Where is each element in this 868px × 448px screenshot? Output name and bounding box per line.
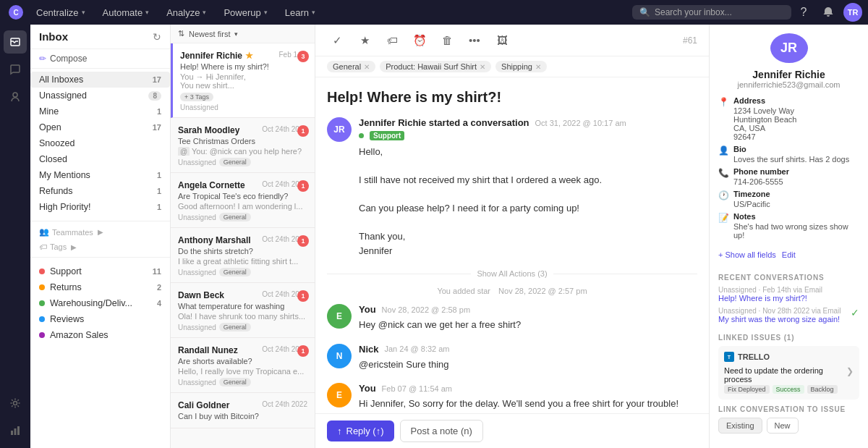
delete-button[interactable]: 🗑 [437, 30, 457, 51]
sidebar-item-mine[interactable]: Mine 1 [30, 103, 170, 119]
resolve-button[interactable]: ✓ [327, 30, 347, 51]
message-body-3: Nick Jan 24 @ 8:32 am @ericstein Sure th… [359, 344, 697, 372]
nav-automate[interactable]: Automate ▾ [95, 4, 157, 21]
sidebar-item-reviews[interactable]: Reviews [30, 311, 170, 327]
tag-general[interactable]: General ✕ [327, 61, 375, 72]
support-dot [39, 269, 45, 274]
conv-list-toolbar: ⇅ Newest first ▾ [171, 25, 315, 43]
general-tag: General [219, 378, 251, 386]
warehousing-dot [39, 300, 45, 306]
nav-learn[interactable]: Learn ▾ [278, 4, 323, 21]
search-input[interactable] [655, 7, 784, 17]
post-note-button[interactable]: Post a note (n) [400, 420, 483, 442]
nav-analyze[interactable]: Analyze ▾ [159, 4, 213, 21]
sort-label[interactable]: Newest first [189, 30, 230, 38]
amazon-sales-dot [39, 332, 45, 338]
trello-logo: T [724, 352, 734, 362]
conv-item-randall-nunez[interactable]: Randall Nunez Oct 24th 2022 Are shorts a… [171, 338, 315, 393]
main-area: Inbox ↻ ✏ Compose All Inboxes 17 Unassig… [0, 25, 868, 448]
edit-contact-link[interactable]: Edit [782, 250, 796, 259]
link-existing-button[interactable]: Existing [718, 418, 762, 434]
sidebar-item-high-priority[interactable]: High Priority! 1 [30, 199, 170, 215]
teammates-group[interactable]: 👥 Teammates ▶ [30, 224, 170, 240]
conv-content: Help! Where is my shirt?! JR Jennifer Ri… [315, 77, 709, 413]
help-icon[interactable]: ? [794, 3, 813, 22]
sidebar-item-unassigned[interactable]: Unassigned 8 [30, 88, 170, 103]
svg-rect-5 [11, 431, 13, 435]
nav-icons: ? TR [794, 3, 862, 22]
remove-tag-general[interactable]: ✕ [364, 63, 370, 71]
more-button[interactable]: ••• [464, 30, 485, 51]
added-star-event: You added star Nov 28, 2022 @ 2:57 pm [327, 287, 697, 295]
sidebar-icon-inbox[interactable] [4, 30, 27, 54]
recent-conv-2[interactable]: Unassigned · Nov 28th 2022 via Email My … [718, 307, 859, 324]
labels-section: Support 11 Returns 2 Warehousing/Deliv..… [30, 261, 170, 346]
expand-trello-icon[interactable]: ❯ [846, 366, 854, 376]
remove-tag-hawaii[interactable]: ✕ [480, 63, 485, 71]
unread-badge: 3 [297, 51, 309, 62]
sidebar-item-closed[interactable]: Closed [30, 151, 170, 167]
tag-hawaii-surf[interactable]: Product: Hawaii Surf Shirt ✕ [380, 61, 491, 72]
recent-conv-header: RECENT CONVERSATIONS [718, 274, 859, 282]
sidebar-icon-bottom [4, 392, 27, 442]
star-button[interactable]: ★ [354, 30, 375, 51]
sidebar-divider-1 [30, 221, 170, 221]
show-all-actions[interactable]: Show All Actions (3) [327, 269, 697, 278]
sidebar-icon-analytics[interactable] [4, 419, 27, 442]
nav-powerup[interactable]: Powerup ▾ [216, 4, 274, 21]
svg-point-3 [13, 93, 17, 97]
reply-button[interactable]: ↑ Reply (↑) [327, 420, 394, 441]
sidebar-item-returns[interactable]: Returns 2 [30, 279, 170, 295]
reviews-dot [39, 316, 45, 322]
pencil-icon: ✏ [39, 54, 46, 64]
conv-status: Unassigned [178, 324, 216, 331]
sidebar-icon-contacts[interactable] [4, 85, 27, 109]
sidebar-item-all-inboxes[interactable]: All Inboxes 17 [30, 72, 170, 88]
conv-item-angela-cornette[interactable]: Angela Cornette Oct 24th 2022 Are Tropic… [171, 173, 315, 228]
image-button[interactable]: 🖼 [492, 30, 512, 51]
message-body: Jennifer Richie started a conversation O… [359, 117, 697, 258]
conv-item-dawn-beck[interactable]: Dawn Beck Oct 24th 2022 What temperature… [171, 283, 315, 338]
phone-icon: 📞 [718, 168, 729, 178]
refresh-icon[interactable]: ↻ [153, 31, 161, 43]
sidebar-icon-chat[interactable] [4, 58, 27, 81]
tag-shipping[interactable]: Shipping ✕ [495, 61, 547, 72]
sidebar-item-warehousing[interactable]: Warehousing/Deliv... 4 [30, 295, 170, 311]
recent-conv-1[interactable]: Unassigned · Feb 14th via Email Help! Wh… [718, 286, 859, 303]
message-you-1: E You Nov 28, 2022 @ 2:58 pm Hey @nick c… [327, 304, 697, 332]
svg-rect-7 [17, 426, 20, 435]
sidebar-item-support[interactable]: Support 11 [30, 263, 170, 279]
search-bar[interactable]: 🔍 [632, 5, 791, 20]
tags-group[interactable]: 🏷 Tags ▶ [30, 240, 170, 254]
sidebar-item-refunds[interactable]: Refunds 1 [30, 183, 170, 199]
sidebar-item-open[interactable]: Open 17 [30, 119, 170, 135]
sidebar-icon-settings[interactable] [4, 392, 27, 415]
unread-badge: 1 [297, 125, 309, 137]
conv-item-sarah-moodley[interactable]: Sarah Moodley Oct 24th 2022 Tee Christma… [171, 118, 315, 173]
remove-tag-shipping[interactable]: ✕ [535, 63, 541, 71]
location-icon: 📍 [718, 97, 729, 107]
nav-centralize[interactable]: Centralize ▾ [29, 4, 93, 21]
conv-toolbar: ✓ ★ 🏷 ⏰ 🗑 ••• 🖼 #61 [315, 25, 709, 56]
general-tag: General [219, 323, 251, 331]
link-new-button[interactable]: New [767, 418, 799, 434]
show-all-fields-link[interactable]: + Show all fields [718, 250, 776, 259]
snooze-button[interactable]: ⏰ [409, 30, 430, 51]
sidebar-item-my-mentions[interactable]: My Mentions 1 [30, 167, 170, 183]
trello-issue-title[interactable]: Need to update the ordering process [724, 366, 846, 384]
conv-item-cali-goldner[interactable]: Cali Goldner Oct 24th 2022 Can I buy wit… [171, 393, 315, 428]
unread-badge: 1 [297, 235, 309, 247]
you-avatar-2: E [327, 383, 352, 407]
inbox-header: Inbox ↻ [30, 25, 170, 49]
trello-badge-fix: Fix Deployed [724, 385, 770, 394]
sidebar-item-amazon-sales[interactable]: Amazon Sales [30, 327, 170, 343]
conv-item-anthony-marshall[interactable]: Anthony Marshall Oct 24th 2022 Do the sh… [171, 228, 315, 283]
user-avatar[interactable]: TR [843, 3, 862, 22]
app-logo[interactable]: C [6, 2, 26, 22]
tag-button[interactable]: 🏷 [382, 30, 402, 51]
sidebar-item-snoozed[interactable]: Snoozed [30, 135, 170, 151]
conv-item-jennifer-richie[interactable]: Jennifer Richie ★ Feb 14th Help! Where i… [171, 43, 315, 118]
timezone-field: 🕐 Timezone US/Pacific [718, 190, 859, 208]
notifications-icon[interactable] [819, 3, 838, 22]
compose-button[interactable]: ✏ Compose [30, 49, 170, 69]
